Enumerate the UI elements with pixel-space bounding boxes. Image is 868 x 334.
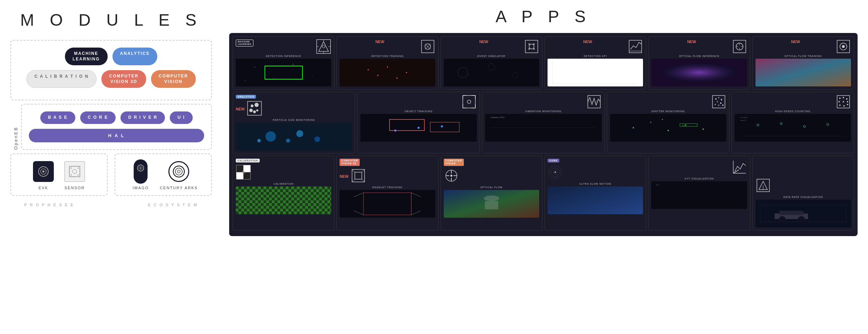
svg-rect-160 [548, 186, 643, 214]
svg-text:Frequency: 80 Hz: Frequency: 80 Hz [491, 116, 505, 118]
badge-analytics: ANALYTICS [236, 95, 256, 99]
svg-point-112 [838, 101, 840, 102]
svg-point-93 [718, 97, 719, 98]
svg-rect-72 [463, 95, 475, 108]
svg-point-154 [484, 195, 499, 201]
svg-point-43 [458, 67, 468, 78]
svg-point-86 [441, 125, 443, 127]
event-simulator-preview [444, 59, 539, 86]
detection-kpi-preview [548, 59, 643, 86]
svg-point-25 [274, 78, 274, 78]
svg-rect-60 [756, 59, 851, 86]
badge-ml-1: MACHINE LEARNING [236, 40, 253, 47]
module-cv[interactable]: COMPUTER VISION [151, 70, 196, 88]
optical-flow-training-preview [756, 59, 851, 86]
apps-panel: A P P S MACHINE LEARNING [222, 0, 868, 334]
module-ui[interactable]: U I [170, 111, 192, 124]
svg-point-109 [839, 98, 841, 99]
high-speed-counting-preview: TL: 1.234 T count: 17 [735, 114, 851, 142]
detection-inference-icon [316, 40, 331, 53]
modules-title: M O D U L E S [20, 10, 202, 30]
module-driver[interactable]: D R I V E R [120, 111, 165, 124]
module-analytics[interactable]: ANALYTICS [112, 48, 158, 65]
svg-point-5 [71, 167, 72, 168]
calibration-title: CALIBRATION [236, 183, 331, 185]
svg-point-33 [387, 66, 388, 68]
svg-point-44 [488, 64, 495, 70]
svg-point-64 [249, 109, 253, 112]
app-optical-flow[interactable]: COMPUTER VISION OPTICAL FLOW [441, 156, 542, 231]
prophesee-section: EVK [10, 153, 108, 196]
app-particle-size[interactable]: ANALYTICS NEW PAR [233, 92, 355, 153]
imago-item: IMAGO [128, 159, 153, 190]
svg-point-171 [779, 216, 786, 223]
svg-point-99 [722, 105, 724, 106]
spatter-monitoring-preview: 0.123 [610, 114, 726, 142]
object-tracking-icon [461, 95, 477, 109]
century-icon [167, 159, 191, 184]
svg-text:XYT: XYT [656, 184, 659, 186]
svg-point-100 [633, 127, 634, 128]
svg-point-96 [720, 102, 721, 104]
openeb-row-1: B A S E C O R E D R I V E R U I [29, 111, 204, 124]
calibration-preview [236, 186, 331, 214]
svg-point-2 [42, 170, 44, 173]
module-base[interactable]: B A S E [40, 111, 75, 124]
app-detection-inference[interactable]: MACHINE LEARNING [233, 36, 334, 90]
svg-rect-82 [390, 119, 425, 131]
app-high-speed-counting[interactable]: HIGH-SPEED COUNTING TL: 1.234 T count: 1… [732, 92, 854, 153]
module-calibration[interactable]: C A L I B R A T I O N [26, 70, 97, 88]
module-cv3d[interactable]: COMPUTER VISION 3D [101, 70, 146, 88]
module-core[interactable]: C O R E [80, 111, 116, 124]
svg-point-92 [715, 98, 717, 100]
app-ultra-slow-motion[interactable]: CORE ULTRA SLOW MOTION [544, 156, 646, 231]
evk-icon [31, 159, 56, 184]
app-edgelet-tracking[interactable]: COMPUTER VISION 3D NEW [336, 156, 438, 231]
sensor-icon [62, 159, 87, 184]
app-detection-kpi[interactable]: NEW DETECTION KPI [544, 36, 646, 90]
svg-point-32 [368, 69, 369, 70]
svg-point-102 [667, 130, 669, 131]
module-hal[interactable]: H A L [29, 129, 204, 142]
module-row-2: C A L I B R A T I O N COMPUTER VISION 3D… [18, 70, 204, 88]
svg-point-104 [702, 128, 704, 130]
event-simulator-title: EVENT SIMULATOR [444, 55, 539, 57]
app-optical-flow-training[interactable]: NEW OPTICAL FLOW TRAINING [752, 36, 854, 90]
svg-point-34 [406, 72, 407, 73]
svg-line-139 [362, 169, 365, 172]
app-xyt-visualization[interactable]: XYT VISUALIZATION XYT [648, 156, 750, 231]
svg-point-42 [533, 48, 535, 50]
svg-point-124 [827, 123, 829, 125]
apps-row-3: CALIBRATION CALIBRATION [233, 156, 854, 231]
detection-kpi-icon [628, 40, 643, 53]
openeb-wrapper: OpenEB B A S E C O R E D R I V E R U I H… [10, 104, 212, 150]
svg-point-97 [715, 104, 716, 105]
footer-labels: P R O P H E S E E E C O S Y S T E M [10, 199, 212, 210]
high-speed-counting-title: HIGH-SPEED COUNTING [735, 110, 851, 112]
svg-point-23 [293, 64, 294, 65]
svg-rect-137 [355, 172, 362, 179]
app-vibration-monitoring[interactable]: VIBRATION MONITORING Frequency: 80 Hz [482, 92, 604, 153]
svg-point-115 [839, 105, 841, 106]
badge-core: CORE [548, 159, 559, 162]
module-ml[interactable]: MACHINE LEARNING [65, 48, 108, 65]
app-detection-training[interactable]: NEW DETECTION TRAINING [336, 36, 438, 90]
svg-point-66 [253, 110, 256, 113]
app-event-simulator[interactable]: NEW EVENT SIMULATOR [441, 36, 542, 90]
svg-rect-83 [430, 122, 459, 132]
apps-grid: MACHINE LEARNING [229, 33, 858, 236]
ultra-slow-motion-preview [548, 186, 643, 214]
svg-point-59 [842, 45, 845, 48]
app-calibration[interactable]: CALIBRATION CALIBRATION [233, 156, 334, 231]
app-object-tracking[interactable]: OBJECT TRACKING [357, 92, 480, 153]
svg-rect-50 [733, 40, 746, 53]
particle-size-title: PARTICLE SIZE MONITORING [236, 119, 352, 121]
optical-flow-training-title: OPTICAL FLOW TRAINING [756, 55, 851, 57]
svg-line-163 [733, 170, 739, 173]
modules-top-box: MACHINE LEARNING ANALYTICS C A L I B R A… [10, 40, 212, 100]
svg-point-110 [843, 97, 844, 98]
app-data-rate[interactable]: DATA RATE VISUALIZATION [752, 156, 854, 231]
app-optical-flow-inference[interactable]: NEW OPTICAL FLOW INFERENCE [648, 36, 750, 90]
high-speed-counting-icon [836, 95, 851, 109]
app-spatter-monitoring[interactable]: SPATTER MONITORING 0.123 [607, 92, 729, 153]
